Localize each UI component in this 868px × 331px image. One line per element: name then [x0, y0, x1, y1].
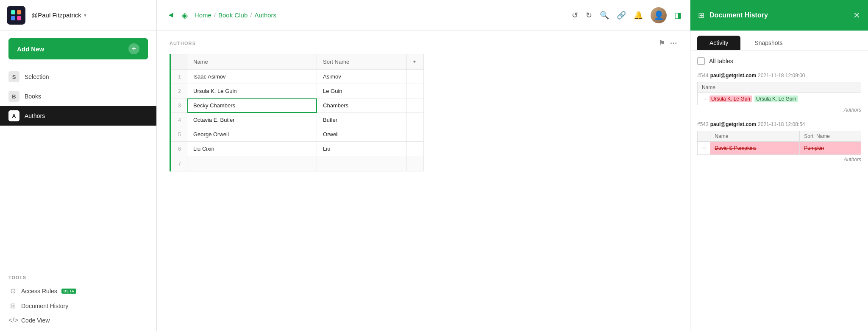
activity-meta-543: #543 paul@getgrist.com 2021-11-18 12:08:… [697, 121, 861, 127]
add-new-button[interactable]: Add New + [8, 38, 148, 59]
cell-sort-4[interactable]: Butler [317, 113, 407, 127]
user-name-text: @Paul Fitzpatrick [31, 11, 81, 19]
panel-close-icon[interactable]: ✕ [853, 10, 860, 20]
cell-deleted-544: Ursula K. Le Gun [709, 95, 752, 102]
share-icon[interactable]: 🔗 [617, 11, 626, 20]
user-menu[interactable]: @Paul Fitzpatrick ▾ [31, 11, 86, 19]
cell-extra-4 [407, 113, 424, 127]
row-num-3: 3 [170, 98, 187, 113]
undo-icon[interactable]: ↺ [572, 11, 578, 20]
tab-snapshots[interactable]: Snapshots [742, 36, 795, 50]
cell-sort-2[interactable]: Le Guin [317, 84, 407, 98]
notifications-icon[interactable]: 🔔 [634, 11, 643, 20]
cell-extra-5 [407, 127, 424, 142]
avatar[interactable]: 👤 [651, 7, 667, 23]
redo-icon[interactable]: ↻ [586, 11, 592, 20]
activity-user-543: paul@getgrist.com [710, 121, 756, 127]
table-row: 2Ursula K. Le GuinLe Guin [170, 84, 424, 98]
diff-row-543: − David S Pumpkins Pumpkin [698, 142, 861, 155]
nav-back-icon[interactable]: ◄ [165, 9, 176, 21]
add-column-button[interactable]: + [407, 54, 424, 70]
diff-sortname-header-543: Sort_Name [800, 131, 861, 142]
sidebar-header: @Paul Fitzpatrick ▾ [0, 0, 156, 31]
diff-name-header-543: Name [710, 131, 800, 142]
all-tables-row: All tables [697, 57, 861, 65]
sidebar-item-authors[interactable]: A Authors [0, 106, 156, 126]
books-icon: B [8, 91, 19, 102]
diff-minus-cell-543: − [698, 142, 710, 155]
panel-content: All tables #544 paul@getgrist.com 2021-1… [690, 50, 868, 331]
cell-sort-7[interactable] [317, 156, 407, 171]
breadcrumb-bookclub[interactable]: Book Club [218, 11, 248, 19]
cell-name-3[interactable]: Becky Chambers [187, 98, 317, 113]
add-new-label: Add New [17, 45, 44, 53]
selection-icon: S [8, 71, 19, 82]
tool-document-history-label: Document History [21, 303, 68, 309]
sidebar-item-selection-label: Selection [25, 73, 49, 80]
main-content: ◄ ◈ Home / Book Club / Authors ↺ ↻ 🔍 🔗 🔔… [157, 0, 690, 331]
cell-sort-1[interactable]: Asimov [317, 70, 407, 84]
col-sort-name-header[interactable]: Sort Name [317, 54, 407, 70]
tools-section: TOOLS ⊙ Access Rules BETA ⊞ Document His… [0, 270, 156, 331]
cell-sort-5[interactable]: Orwell [317, 127, 407, 142]
sidebar-item-books-label: Books [25, 93, 41, 100]
more-icon[interactable]: ··· [670, 39, 677, 47]
activity-entry-543: #543 paul@getgrist.com 2021-11-18 12:08:… [697, 121, 861, 163]
all-tables-checkbox[interactable] [697, 57, 705, 65]
cell-name-4[interactable]: Octavia E. Butler [187, 113, 317, 127]
app-logo [7, 6, 25, 25]
cell-extra-7 [407, 156, 424, 171]
activity-entry-544: #544 paul@getgrist.com 2021-11-18 12:09:… [697, 73, 861, 113]
breadcrumb-authors[interactable]: Authors [254, 11, 276, 19]
panel-toggle-icon[interactable]: ◨ [674, 11, 682, 20]
svg-rect-3 [17, 16, 21, 20]
svg-rect-0 [11, 10, 15, 14]
row-num-6: 6 [170, 142, 187, 156]
cell-sort-6[interactable]: Liu [317, 142, 407, 156]
home-icon[interactable]: ◈ [180, 8, 189, 22]
cell-extra-6 [407, 142, 424, 156]
authors-icon: A [8, 110, 19, 121]
col-name-header[interactable]: Name [187, 54, 317, 70]
cell-name-7[interactable] [187, 156, 317, 171]
search-icon[interactable]: 🔍 [600, 11, 609, 20]
user-menu-chevron: ▾ [84, 12, 86, 18]
cell-name-5[interactable]: George Orwell [187, 127, 317, 142]
panel-tabs: Activity Snapshots [690, 31, 868, 50]
panel-header: ⊞ Document History ✕ [690, 0, 868, 31]
svg-rect-1 [17, 10, 21, 14]
activity-time-544: 2021-11-18 12:09:00 [758, 73, 805, 79]
filter-icon[interactable]: ⚑ [659, 39, 665, 47]
cell-name-6[interactable]: Liu Cixin [187, 142, 317, 156]
tool-code-view[interactable]: </> Code View [8, 313, 148, 328]
cell-sort-3[interactable]: Chambers [317, 98, 407, 113]
sidebar-item-selection[interactable]: S Selection [0, 67, 156, 87]
table-row: 3Becky ChambersChambers [170, 98, 424, 113]
diff-table-label-543: Authors [697, 157, 861, 163]
table-body: 1Isaac AsimovAsimov2Ursula K. Le GuinLe … [170, 70, 424, 171]
diff-sortname-cell-543: Pumpkin [800, 142, 861, 155]
sidebar-item-books[interactable]: B Books [0, 87, 156, 106]
tool-access-rules-label: Access Rules [21, 288, 57, 295]
diff-row-544: → Ursula K. Le Gun Ursula K. Le Guin [698, 93, 861, 105]
tool-access-rules[interactable]: ⊙ Access Rules BETA [8, 283, 148, 298]
row-num-header [170, 54, 187, 70]
diff-table-544: Name → Ursula K. Le Gun Ursula K. Le Gui… [697, 82, 861, 105]
diff-cell-arrow: → Ursula K. Le Gun Ursula K. Le Guin [698, 93, 861, 105]
activity-user-544: paul@getgrist.com [710, 73, 756, 79]
tab-activity[interactable]: Activity [697, 36, 740, 50]
sidebar-item-authors-label: Authors [25, 112, 45, 119]
cell-extra-1 [407, 70, 424, 84]
tool-document-history[interactable]: ⊞ Document History [8, 298, 148, 313]
breadcrumb: Home / Book Club / Authors [195, 11, 276, 19]
nav-list: S Selection B Books A Authors [0, 64, 156, 270]
code-view-icon: </> [8, 317, 17, 324]
activity-id-543: #543 [697, 121, 709, 127]
topbar: ◄ ◈ Home / Book Club / Authors ↺ ↻ 🔍 🔗 🔔… [157, 0, 690, 31]
section-label: AUTHORS ⚑ ··· [170, 39, 677, 47]
breadcrumb-home[interactable]: Home [195, 11, 211, 19]
cell-name-2[interactable]: Ursula K. Le Guin [187, 84, 317, 98]
cell-added-544: Ursula K. Le Guin [754, 95, 798, 102]
cell-name-1[interactable]: Isaac Asimov [187, 70, 317, 84]
table-row: 1Isaac AsimovAsimov [170, 70, 424, 84]
